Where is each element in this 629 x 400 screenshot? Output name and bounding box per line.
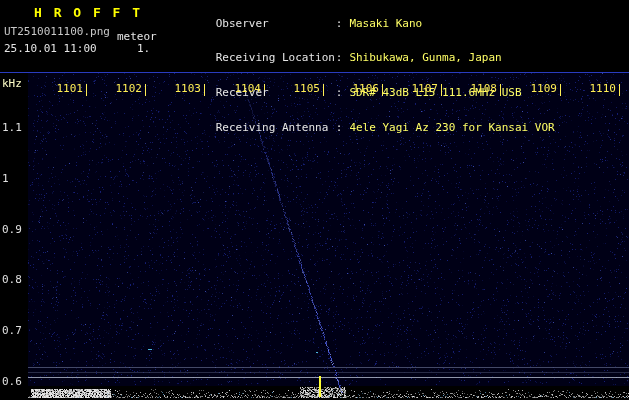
x-tick-label: 1106: [349, 82, 379, 95]
header-info: Observer:Masaki Kano Receiving Location:…: [176, 6, 555, 145]
observer-row: Observer:Masaki Kano: [176, 6, 555, 41]
receiving-antenna-value: 4ele Yagi Az 230 for Kansai VOR: [342, 121, 554, 134]
receiving-antenna-label: Receiving Antenna: [216, 122, 336, 134]
x-tick-label: 1104: [231, 82, 261, 95]
timestamp: 25.10.01 11:00: [4, 42, 97, 55]
x-tick-label: 1109: [527, 82, 557, 95]
app-title: H R O F F T: [34, 5, 142, 20]
x-tick-label: 1101: [53, 82, 83, 95]
receiving-location-value: Shibukawa, Gunma, Japan: [342, 51, 501, 64]
output-filename: UT2510011100.png: [4, 25, 110, 38]
receiving-location-row: Receiving Location:Shibukawa, Gunma, Jap…: [176, 41, 555, 76]
y-tick-label: 0.7: [2, 324, 28, 337]
y-axis-unit: kHz: [2, 77, 22, 90]
x-tick-label: 1107: [408, 82, 438, 95]
y-tick-label: 0.6: [2, 375, 28, 388]
x-tick-label: 1105: [290, 82, 320, 95]
y-tick-label: 0.9: [2, 223, 28, 236]
x-tick-label: 1103: [171, 82, 201, 95]
x-tick-label: 1110: [586, 82, 616, 95]
observer-value: Masaki Kano: [342, 17, 422, 30]
hrofft-output: H R O F F T UT2510011100.png meteor 25.1…: [0, 0, 629, 400]
x-tick-label: 1108: [467, 82, 497, 95]
y-tick-label: 0.8: [2, 273, 28, 286]
observer-label: Observer: [216, 18, 336, 30]
y-tick-label: 1.1: [2, 121, 28, 134]
x-tick-label: 1102: [112, 82, 142, 95]
sequence-indicator: 1.: [137, 42, 150, 55]
y-tick-label: 1: [2, 172, 28, 185]
receiving-location-label: Receiving Location: [216, 52, 336, 64]
receiving-antenna-row: Receiving Antenna:4ele Yagi Az 230 for K…: [176, 110, 555, 145]
